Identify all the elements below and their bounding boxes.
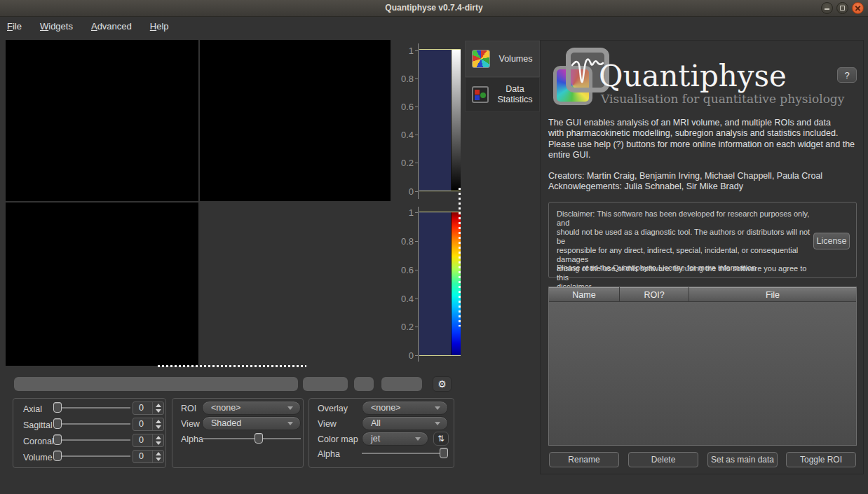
license-button[interactable]: License — [813, 233, 850, 249]
disclaimer-text: Disclaimer: This software has been devel… — [557, 210, 813, 291]
disclaimer-footer: Please read the Quantiphyse License for … — [557, 263, 851, 273]
tick-label: 0.4 — [394, 130, 414, 140]
table-body-empty[interactable] — [549, 302, 856, 446]
column-header-roi[interactable]: ROI? — [620, 287, 689, 301]
region-max-line[interactable] — [419, 49, 461, 50]
roi-select[interactable]: <none> — [202, 401, 301, 415]
help-button[interactable]: ? — [837, 67, 857, 83]
coronal-spinbox[interactable]: 0 — [133, 434, 164, 447]
colormap-label: Color map — [318, 434, 358, 444]
menu-widgets[interactable]: Widgets — [40, 21, 73, 32]
spin-up-icon[interactable] — [156, 452, 161, 455]
horizontal-splitter-handle[interactable] — [158, 365, 306, 367]
colormap-selected-value: jet — [362, 434, 415, 444]
spin-up-icon[interactable] — [156, 420, 161, 423]
sagittal-spinbox[interactable]: 0 — [133, 418, 164, 431]
nav-button-3[interactable] — [381, 377, 422, 391]
slider-groove — [202, 438, 301, 439]
tab-volumes[interactable]: Volumes — [465, 41, 540, 77]
volume-spinbox[interactable]: 0 — [133, 450, 164, 463]
delete-button[interactable]: Delete — [628, 452, 698, 467]
tick-label: 1 — [394, 207, 414, 218]
maximize-icon[interactable] — [836, 2, 848, 14]
toggle-roi-button[interactable]: Toggle ROI — [786, 452, 856, 467]
slider-handle[interactable] — [53, 434, 62, 445]
tick-mark — [415, 270, 419, 270]
spin-down-icon[interactable] — [156, 458, 161, 461]
set-as-main-data-button[interactable]: Set as main data — [707, 452, 778, 467]
gear-icon[interactable]: ⚙ — [433, 376, 452, 392]
roi-selected-value: <none> — [203, 403, 287, 413]
tab-data-statistics[interactable]: Data Statistics — [465, 77, 540, 112]
histogram-region[interactable] — [419, 212, 451, 355]
volumes-icon — [472, 50, 490, 68]
chevron-down-icon — [435, 422, 440, 425]
roi-view-select[interactable]: Shaded — [202, 416, 301, 430]
axial-slider[interactable] — [53, 402, 130, 413]
roi-alpha-slider[interactable] — [202, 433, 301, 444]
sagittal-slider[interactable] — [53, 418, 130, 430]
slider-handle[interactable] — [53, 451, 62, 461]
overlay-alpha-slider[interactable] — [362, 448, 448, 459]
histogram-axis — [418, 43, 419, 199]
overlay-select[interactable]: <none> — [362, 401, 448, 415]
spin-down-icon[interactable] — [156, 441, 161, 445]
axial-spinbox[interactable]: 0 — [133, 402, 164, 415]
tick-mark — [415, 241, 419, 242]
overlay-view-selected-value: All — [362, 418, 435, 428]
main-data-histogram[interactable]: 1 0.8 0.6 0.4 0.2 0 — [393, 43, 463, 199]
colormap-select[interactable]: jet — [362, 432, 428, 446]
region-min-line[interactable] — [419, 191, 461, 191]
histogram-region[interactable] — [419, 49, 451, 191]
region-min-line[interactable] — [419, 355, 461, 356]
menu-help[interactable]: Help — [150, 21, 169, 32]
vertical-splitter-handle[interactable] — [459, 188, 461, 327]
minimize-icon[interactable] — [821, 2, 833, 14]
coronal-value: 0 — [133, 434, 152, 446]
column-header-file[interactable]: File — [689, 287, 856, 301]
coronal-viewport[interactable] — [6, 203, 198, 366]
window-title: Quantiphyse v0.7.4-dirty — [0, 0, 868, 16]
tab-label: Volumes — [496, 54, 539, 64]
coronal-label: Coronal — [23, 437, 54, 446]
tick-label: 1 — [394, 46, 414, 56]
nav-value-field[interactable] — [14, 377, 298, 391]
tick-mark — [415, 78, 419, 79]
chevron-down-icon — [287, 406, 293, 410]
grey-gradient-bar[interactable] — [451, 49, 461, 191]
slider-handle[interactable] — [53, 418, 62, 429]
tick-mark — [415, 355, 419, 356]
spin-up-icon[interactable] — [156, 436, 161, 439]
tick-label: 0 — [394, 350, 414, 361]
close-icon[interactable] — [852, 2, 864, 14]
volumes-table[interactable]: Name ROI? File — [548, 287, 857, 446]
levels-icon[interactable]: ⇅ — [433, 432, 449, 446]
nav-button-2[interactable] — [354, 377, 374, 391]
overlay-label: Overlay — [318, 404, 348, 413]
column-header-name[interactable]: Name — [549, 287, 619, 301]
slider-groove — [362, 453, 448, 454]
menu-file[interactable]: File — [7, 21, 22, 32]
nav-button-1[interactable] — [303, 377, 348, 391]
overlay-histogram[interactable]: 1 0.8 0.6 0.4 0.2 0 — [393, 207, 463, 362]
slider-handle[interactable] — [53, 402, 62, 413]
spin-up-icon[interactable] — [156, 404, 161, 407]
sagittal-viewport[interactable] — [200, 40, 391, 201]
axial-viewport[interactable] — [6, 40, 198, 201]
menu-advanced[interactable]: Advanced — [91, 21, 132, 32]
rename-button[interactable]: Rename — [549, 452, 619, 467]
roi-panel: ROI <none> View Shaded Alpha — [172, 398, 304, 468]
volume-slider[interactable] — [53, 451, 130, 462]
title-bar: Quantiphyse v0.7.4-dirty — [0, 0, 868, 17]
histogram-axis — [418, 207, 419, 362]
region-max-line[interactable] — [419, 212, 461, 212]
slider-groove — [53, 439, 130, 441]
slider-handle[interactable] — [440, 448, 448, 458]
coronal-slider[interactable] — [53, 434, 130, 446]
chevron-down-icon — [415, 437, 421, 441]
overlay-view-select[interactable]: All — [362, 416, 448, 430]
slider-groove — [53, 455, 130, 457]
spin-down-icon[interactable] — [156, 409, 161, 413]
slider-handle[interactable] — [255, 433, 263, 444]
spin-down-icon[interactable] — [156, 425, 161, 429]
